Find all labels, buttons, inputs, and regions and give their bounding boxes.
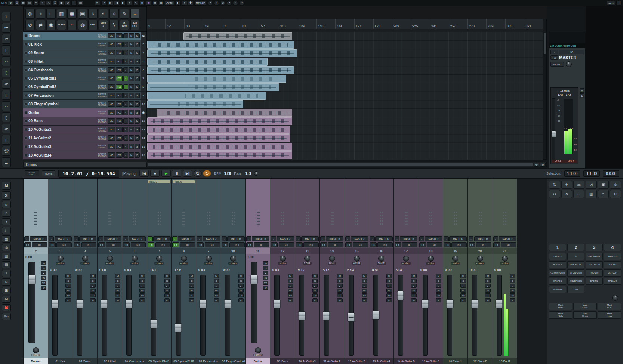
fader-cap[interactable] (101, 299, 108, 308)
input-button[interactable]: IN (214, 289, 219, 293)
folder-collapse-button[interactable]: ◉ (141, 32, 146, 40)
volume-fader[interactable] (251, 262, 257, 343)
fx-enable-button[interactable]: ◦ (271, 236, 276, 241)
fx-enable-button[interactable]: ◦ (123, 76, 128, 81)
fx-button[interactable]: FX (320, 242, 327, 247)
fx-shortcut-button[interactable]: A.O.M INVLIMIT (549, 269, 566, 277)
master-send-button[interactable]: MASTER (30, 236, 47, 241)
save-icon[interactable]: ▦ (21, 1, 26, 6)
fx-button[interactable]: FX (24, 242, 31, 247)
phase-button[interactable]: ⊘ (386, 298, 392, 302)
fx-shortcut-button[interactable]: LEVELS (549, 253, 566, 260)
input-button[interactable]: IN (115, 289, 120, 293)
solo-button[interactable]: S (263, 266, 268, 270)
io-button[interactable]: I/O (108, 84, 115, 90)
show-master-icon[interactable]: M (2, 278, 11, 286)
fx-shortcut-button[interactable]: PRO LIM (586, 269, 603, 277)
pan-knob[interactable] (280, 256, 286, 262)
fx-insert-slot[interactable] (221, 179, 245, 235)
phase-button[interactable]: ⊘ (65, 298, 71, 302)
media-item[interactable] (147, 92, 266, 100)
env-button[interactable]: ▸ (337, 284, 343, 288)
fx-enable-button[interactable]: ◦ (419, 236, 424, 241)
bars-filter-icon[interactable]: ▥ (2, 253, 11, 260)
arrange-view[interactable] (147, 32, 543, 160)
mute-button[interactable]: M (129, 59, 134, 64)
brass-icon[interactable]: ♬ (99, 9, 108, 19)
meters-view-icon[interactable]: ⇅ (549, 181, 560, 189)
volume-fader[interactable] (274, 275, 280, 356)
io-button[interactable]: I/O (476, 242, 491, 247)
next-region-icon[interactable]: ▶ (120, 1, 126, 6)
mute-button[interactable]: M (129, 127, 134, 132)
io-button[interactable]: I/O (131, 242, 146, 247)
zoom-in-icon[interactable]: ⊕ (540, 163, 546, 167)
fx-insert-slot[interactable] (418, 179, 443, 235)
layout-list-icon[interactable]: ≣ (2, 157, 11, 167)
piano-icon[interactable]: ▦ (67, 9, 77, 19)
solo-button[interactable]: S (135, 67, 140, 73)
fx-button[interactable]: FX (246, 242, 253, 247)
solo-group-icon[interactable]: S (2, 210, 11, 217)
fx-insert-slot[interactable]: ReaEQ (172, 179, 196, 235)
track-name[interactable]: 12 AcGuitar3 (344, 358, 369, 364)
pan-knob[interactable] (181, 256, 187, 262)
io-button[interactable]: I/O (32, 242, 47, 247)
organ-icon[interactable]: ▤ (78, 9, 87, 19)
master-fader-cap[interactable] (551, 131, 556, 138)
mixer-strip[interactable]: ◦ MASTER FX I/O 3 center 0.00 (48, 179, 73, 364)
folder-icon[interactable]: ▱ (2, 34, 11, 44)
record-arm-button[interactable] (24, 43, 28, 46)
view-columns-icon[interactable]: ▥ (27, 1, 32, 6)
solo-button[interactable]: S (41, 266, 46, 270)
knob2-icon[interactable]: ◑ (214, 1, 219, 6)
record-arm-button[interactable] (24, 85, 28, 89)
monitor-fx-icon[interactable]: ▭ (573, 181, 584, 189)
mixer-strip[interactable]: ◦ MASTER FX I/O 20 center 0.00 (468, 179, 492, 364)
prev-region-icon[interactable]: ◀ (114, 1, 119, 6)
env-button[interactable]: ▸ (238, 284, 244, 288)
fx-enable-button[interactable]: ◦ (74, 236, 79, 241)
io-button[interactable]: I/O (108, 135, 115, 141)
solo-button[interactable]: S (238, 279, 244, 283)
fx-button[interactable]: FX (98, 242, 105, 247)
fx-button[interactable]: FX (116, 110, 123, 115)
env-button[interactable]: ▸ (41, 271, 46, 275)
kick2-button[interactable]: KICK 2 (99, 20, 108, 30)
trim-button[interactable]: TR (337, 293, 343, 297)
volume-fader[interactable] (373, 275, 378, 356)
fx-button[interactable]: FX (444, 242, 451, 247)
mute-button[interactable]: M (129, 152, 134, 158)
phase-button[interactable]: ⊘ (214, 298, 219, 302)
grid-icon[interactable]: ▦ (152, 1, 157, 6)
trim-button[interactable]: TR (288, 293, 293, 297)
volume-fader[interactable] (225, 275, 230, 356)
media-item[interactable] (147, 41, 294, 49)
mute-button[interactable]: M (129, 42, 134, 47)
fx-enable-button[interactable]: ◦ (123, 236, 128, 241)
tcp-track[interactable]: 07 Percussion MASTER ROUTING I/O FX ◦ M … (23, 92, 146, 100)
solo-button[interactable]: S (135, 101, 140, 107)
redo-icon[interactable]: ↻ (561, 190, 573, 198)
play-rate-icon[interactable]: ▶ (175, 1, 181, 6)
fx-button[interactable]: FX (493, 242, 500, 247)
ruler-tick[interactable]: 97 (260, 19, 279, 29)
track-name[interactable]: 17 Piano2 (468, 358, 492, 364)
fx-button[interactable]: FX (116, 127, 123, 132)
fx-enable-button[interactable]: ◦ (246, 236, 251, 241)
mute-button[interactable]: M (129, 50, 134, 55)
track-name[interactable]: 10 AcGuitar1 (28, 127, 96, 132)
track-name[interactable]: 03 HiHat (98, 358, 122, 364)
fx-button[interactable]: FX (116, 50, 123, 55)
fx-enable-button[interactable]: ◦ (550, 50, 558, 54)
mute-button[interactable]: M (90, 274, 96, 278)
fx-enable-button[interactable]: ◦ (123, 127, 128, 132)
vertical-scroll-thumb[interactable] (544, 33, 546, 54)
auto-mode-button[interactable]: NONE (42, 170, 55, 176)
template-doc-green-icon[interactable]: ▯ (2, 68, 11, 77)
fx-button[interactable]: FX (271, 242, 278, 247)
master-fader-icon[interactable]: ⊣ (616, 1, 622, 6)
solo-button[interactable]: S (65, 279, 71, 283)
fader-cap[interactable] (52, 299, 59, 308)
input-button[interactable]: IN (436, 289, 441, 293)
